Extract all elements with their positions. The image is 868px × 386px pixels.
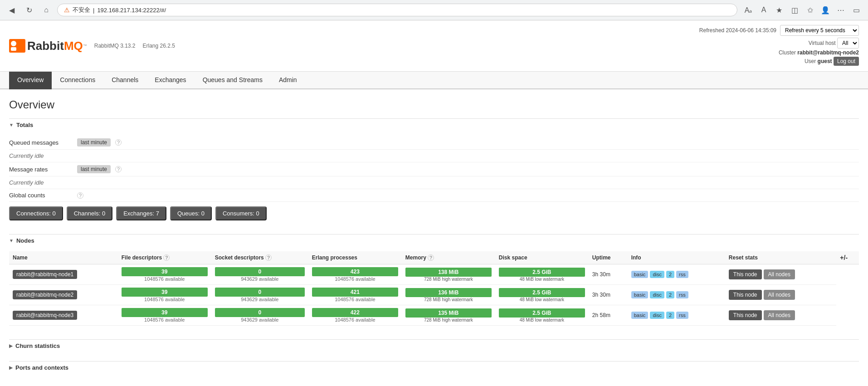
address-separator: | <box>93 7 94 14</box>
nav-item-queues[interactable]: Queues and Streams <box>195 72 271 89</box>
all-nodes-btn-2[interactable]: All nodes <box>764 310 795 320</box>
refresh-select[interactable]: Refresh every 5 seconds Refresh every 10… <box>780 25 859 36</box>
col-plus-minus[interactable]: +/- <box>836 251 859 264</box>
user-label: User <box>805 58 816 64</box>
menu-button[interactable]: ⋯ <box>834 4 847 16</box>
totals-arrow: ▼ <box>9 122 14 127</box>
global-counts-help[interactable]: ? <box>77 192 83 199</box>
header-refresh-row: Refreshed 2024-06-06 14:35:09 Refresh ev… <box>699 25 859 36</box>
channels-count[interactable]: Channels: 0 <box>67 206 112 220</box>
totals-section: ▼ Totals Queued messages last minute ? C… <box>9 118 859 225</box>
favorites-button[interactable]: ✩ <box>804 4 816 16</box>
connections-count[interactable]: Connections: 0 <box>9 206 63 220</box>
this-node-btn-2[interactable]: This node <box>729 310 762 320</box>
split-button[interactable]: ◫ <box>788 4 801 16</box>
logout-button[interactable]: Log out <box>834 57 859 66</box>
memory-watermark-0: 728 MiB high watermark <box>405 277 492 282</box>
erlang-bar-container-1: 421 1048576 available <box>312 288 398 302</box>
ports-section: ▶ Ports and contexts <box>9 361 859 374</box>
disk-watermark-0: 48 MiB low watermark <box>499 277 585 282</box>
socket-bar-0: 0 <box>215 267 305 276</box>
info-badges-2: basic disc 2 rss <box>631 312 722 319</box>
churn-section: ▶ Churn statistics <box>9 339 859 352</box>
nodes-header[interactable]: ▼ Nodes <box>9 234 859 247</box>
user-row: User guest Log out <box>699 57 859 66</box>
badge-num-0: 2 <box>666 271 674 278</box>
churn-label: Churn statistics <box>15 342 60 349</box>
bookmark-button[interactable]: ★ <box>773 4 785 16</box>
socket-bar-2: 0 <box>215 308 305 317</box>
global-counts-label: Global counts <box>9 192 73 199</box>
sidebar-button[interactable]: ▭ <box>850 4 863 16</box>
nav-item-overview[interactable]: Overview <box>9 72 52 89</box>
badge-disc-0: disc <box>650 271 664 278</box>
nav-item-channels[interactable]: Channels <box>103 72 146 89</box>
disk-bar-0: 2.5 GiB <box>499 268 585 277</box>
all-nodes-btn-0[interactable]: All nodes <box>764 269 795 279</box>
nav-item-connections[interactable]: Connections <box>52 72 103 89</box>
fd-bar-container-0: 39 1048576 available <box>122 267 208 282</box>
nav-bar: Overview Connections Channels Exchanges … <box>0 72 868 89</box>
logo-icon <box>9 39 25 53</box>
refresh-button[interactable]: ↻ <box>23 4 35 16</box>
back-button[interactable]: ◀ <box>5 4 18 16</box>
socket-help[interactable]: ? <box>265 254 272 261</box>
node-memory-cell-2: 135 MiB 728 MiB high watermark <box>402 305 495 326</box>
translate-button[interactable]: Aₐ <box>742 4 755 16</box>
totals-content: Queued messages last minute ? Currently … <box>9 131 859 225</box>
badge-disc-1: disc <box>650 291 664 298</box>
consumers-count[interactable]: Consumers: 0 <box>215 206 267 220</box>
memory-watermark-2: 728 MiB high watermark <box>405 318 492 322</box>
badge-rss-2: rss <box>676 312 688 319</box>
exchanges-count[interactable]: Exchanges: 7 <box>116 206 166 220</box>
nav-item-exchanges[interactable]: Exchanges <box>146 72 194 89</box>
table-row: rabbit@rabbitmq-node2 39 1048576 availab… <box>9 285 859 305</box>
virtual-host-label: Virtual host <box>809 40 836 46</box>
queues-count[interactable]: Queues: 0 <box>170 206 212 220</box>
node-name-2[interactable]: rabbit@rabbitmq-node3 <box>13 311 77 320</box>
fd-bar-container-2: 39 1048576 available <box>122 308 208 322</box>
all-nodes-btn-1[interactable]: All nodes <box>764 290 795 300</box>
this-node-btn-1[interactable]: This node <box>729 290 762 300</box>
erlang-version: Erlang 26.2.5 <box>143 43 175 49</box>
message-rates-idle-row: Currently idle <box>9 176 859 189</box>
fd-bar-1: 39 <box>122 288 208 297</box>
uptime-2: 2h 58m <box>592 312 610 318</box>
nav-item-admin[interactable]: Admin <box>271 72 305 89</box>
queued-messages-help[interactable]: ? <box>115 139 122 146</box>
font-button[interactable]: A <box>757 4 770 16</box>
churn-header[interactable]: ▶ Churn statistics <box>9 339 859 352</box>
logo-area: RabbitMQ™ RabbitMQ 3.13.2 Erlang 26.2.5 <box>9 39 175 53</box>
fd-help[interactable]: ? <box>163 254 170 261</box>
uptime-0: 3h 30m <box>592 271 610 278</box>
memory-help[interactable]: ? <box>428 254 434 261</box>
socket-available-0: 943629 available <box>215 276 305 282</box>
page-title: Overview <box>9 98 859 111</box>
home-button[interactable]: ⌂ <box>40 4 53 16</box>
profile-button[interactable]: 👤 <box>819 4 832 16</box>
global-counts-row: Global counts ? <box>9 189 859 202</box>
memory-bar-container-2: 135 MiB 728 MiB high watermark <box>405 308 492 322</box>
cluster-label: Cluster <box>779 49 796 56</box>
col-socket: Socket descriptors ? <box>211 251 308 264</box>
message-rates-help[interactable]: ? <box>115 166 122 172</box>
this-node-btn-0[interactable]: This node <box>729 269 762 279</box>
totals-header[interactable]: ▼ Totals <box>9 118 859 131</box>
message-rates-idle-text: Currently idle <box>9 179 44 186</box>
ports-header[interactable]: ▶ Ports and contexts <box>9 361 859 374</box>
node-reset-cell-1: This node All nodes <box>725 285 837 305</box>
node-name-0[interactable]: rabbit@rabbitmq-node1 <box>13 270 77 279</box>
virtual-host-select[interactable]: All <box>837 38 859 49</box>
node-fd-cell-1: 39 1048576 available <box>118 285 211 305</box>
node-erlang-cell-1: 421 1048576 available <box>308 285 402 305</box>
node-erlang-cell-0: 423 1048576 available <box>308 264 402 285</box>
node-name-cell-0: rabbit@rabbitmq-node1 <box>9 264 118 285</box>
version-info: RabbitMQ 3.13.2 Erlang 26.2.5 <box>94 43 175 49</box>
erlang-available-0: 1048576 available <box>312 276 398 282</box>
address-bar[interactable]: ⚠ 不安全 | 192.168.217.134:22222/#/ <box>57 4 737 16</box>
node-memory-cell-0: 138 MiB 728 MiB high watermark <box>402 264 495 285</box>
node-memory-cell-1: 136 MiB 728 MiB high watermark <box>402 285 495 305</box>
node-name-1[interactable]: rabbit@rabbitmq-node2 <box>13 290 77 299</box>
node-uptime-cell-2: 2h 58m <box>589 305 628 326</box>
erlang-available-1: 1048576 available <box>312 297 398 302</box>
